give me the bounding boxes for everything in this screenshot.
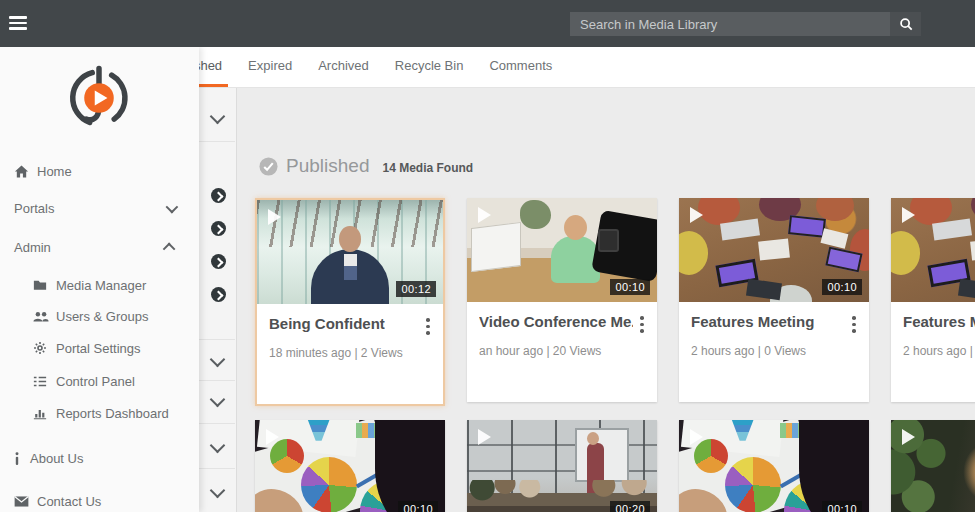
sidebar-item-admin[interactable]: Admin bbox=[0, 236, 199, 258]
sidebar-item-label: Admin bbox=[14, 240, 51, 255]
sidebar-item-about-us[interactable]: About Us bbox=[0, 447, 199, 469]
media-card[interactable] bbox=[891, 420, 975, 512]
chevron-down-icon[interactable] bbox=[210, 352, 226, 368]
chevron-right-circle-icon[interactable] bbox=[211, 188, 226, 203]
video-thumbnail[interactable]: 00:10 bbox=[679, 198, 869, 302]
chevron-down-icon bbox=[166, 200, 179, 213]
duration-badge: 00:20 bbox=[610, 501, 650, 512]
home-icon bbox=[14, 164, 32, 179]
sidebar-item-label: Contact Us bbox=[37, 494, 101, 509]
chevron-down-icon[interactable] bbox=[210, 109, 226, 125]
chart-icon bbox=[33, 407, 51, 420]
top-bar bbox=[0, 0, 975, 47]
sidebar-item-users-groups[interactable]: Users & Groups bbox=[0, 305, 199, 327]
video-thumbnail[interactable] bbox=[891, 420, 975, 512]
duration-badge: 00:10 bbox=[398, 501, 438, 512]
video-thumbnail[interactable]: 00:10 bbox=[679, 420, 869, 512]
media-count: 14 Media Found bbox=[382, 161, 473, 175]
sidebar-item-portals[interactable]: Portals bbox=[0, 197, 199, 219]
section-header: Published 14 Media Found bbox=[259, 155, 473, 177]
search-icon bbox=[899, 17, 913, 31]
section-title: Published bbox=[286, 155, 369, 177]
play-icon bbox=[690, 207, 703, 223]
vidizmo-logo[interactable] bbox=[61, 60, 137, 136]
kebab-menu-icon[interactable] bbox=[425, 318, 431, 338]
sidebar-item-control-panel[interactable]: Control Panel bbox=[0, 370, 199, 392]
media-card[interactable]: 00:10 bbox=[255, 420, 445, 512]
duration-badge: 00:10 bbox=[822, 501, 862, 512]
check-circle-icon bbox=[259, 157, 278, 176]
media-title[interactable]: Being Confident bbox=[269, 315, 385, 332]
media-library-screen: Published Expired Archived Recycle Bin C… bbox=[0, 0, 975, 512]
users-icon bbox=[33, 310, 51, 323]
tab-recycle-bin[interactable]: Recycle Bin bbox=[389, 47, 470, 87]
search-input[interactable] bbox=[570, 12, 890, 36]
video-thumbnail[interactable]: 00:10 bbox=[255, 420, 445, 512]
duration-badge: 00:10 bbox=[822, 279, 862, 295]
video-thumbnail[interactable]: 00:20 bbox=[467, 420, 657, 512]
media-card[interactable]: 00:10 Video Conference Me... an hour ago… bbox=[467, 198, 657, 402]
play-icon bbox=[902, 207, 915, 223]
chevron-down-icon[interactable] bbox=[210, 438, 226, 454]
gear-icon bbox=[33, 341, 51, 355]
video-thumbnail[interactable]: 00:12 bbox=[257, 200, 443, 304]
play-icon bbox=[478, 207, 491, 223]
sidebar-item-label: Reports Dashboard bbox=[56, 406, 169, 421]
sidebar-item-label: About Us bbox=[30, 451, 83, 466]
chevron-down-icon[interactable] bbox=[210, 483, 226, 499]
media-meta: an hour ago | 20 Views bbox=[479, 344, 645, 358]
sidebar-item-label: Portals bbox=[14, 201, 54, 216]
media-title[interactable]: Features Meeting bbox=[903, 313, 975, 330]
sidebar-item-portal-settings[interactable]: Portal Settings bbox=[0, 337, 199, 359]
chevron-down-icon[interactable] bbox=[210, 392, 226, 408]
search-button[interactable] bbox=[890, 12, 921, 36]
sidebar-item-contact-us[interactable]: Contact Us bbox=[0, 490, 199, 512]
chevron-right-circle-icon[interactable] bbox=[211, 221, 226, 236]
media-meta: 2 hours ago | 1 View bbox=[903, 344, 975, 358]
folder-icon bbox=[33, 278, 51, 292]
chevron-right-circle-icon[interactable] bbox=[211, 254, 226, 269]
list-icon bbox=[33, 375, 51, 388]
tab-comments[interactable]: Comments bbox=[483, 47, 558, 87]
sidebar-item-label: Users & Groups bbox=[56, 309, 148, 324]
media-title[interactable]: Video Conference Me... bbox=[479, 313, 633, 330]
tab-archived[interactable]: Archived bbox=[312, 47, 375, 87]
play-icon bbox=[690, 429, 703, 445]
video-thumbnail[interactable] bbox=[891, 198, 975, 302]
hamburger-menu-icon[interactable] bbox=[9, 16, 27, 30]
media-meta: 18 minutes ago | 2 Views bbox=[269, 346, 431, 360]
video-thumbnail[interactable]: 00:10 bbox=[467, 198, 657, 302]
play-icon bbox=[478, 429, 491, 445]
media-card[interactable]: 00:10 Features Meeting 2 hours ago | 0 V… bbox=[679, 198, 869, 402]
duration-badge: 00:10 bbox=[610, 279, 650, 295]
kebab-menu-icon[interactable] bbox=[639, 316, 645, 336]
sidebar-item-label: Media Manager bbox=[56, 278, 146, 293]
play-icon bbox=[268, 209, 281, 225]
media-meta: 2 hours ago | 0 Views bbox=[691, 344, 857, 358]
media-title[interactable]: Features Meeting bbox=[691, 313, 814, 330]
media-card[interactable]: 00:10 bbox=[679, 420, 869, 512]
chevron-up-icon bbox=[163, 242, 176, 255]
sidebar-item-label: Control Panel bbox=[56, 374, 135, 389]
sidebar-item-label: Home bbox=[37, 164, 72, 179]
info-icon bbox=[14, 452, 25, 465]
sidebar-item-reports-dashboard[interactable]: Reports Dashboard bbox=[0, 402, 199, 424]
sidebar-item-home[interactable]: Home bbox=[0, 160, 199, 182]
media-card[interactable]: 00:20 bbox=[467, 420, 657, 512]
search-bar bbox=[570, 12, 921, 36]
kebab-menu-icon[interactable] bbox=[851, 316, 857, 336]
chevron-right-circle-icon[interactable] bbox=[211, 287, 226, 302]
sidebar-item-media-manager[interactable]: Media Manager bbox=[0, 274, 199, 296]
tab-expired[interactable]: Expired bbox=[242, 47, 298, 87]
play-icon bbox=[266, 429, 279, 445]
envelope-icon bbox=[14, 496, 32, 507]
sidebar: Home Portals Admin Media Manager Users & bbox=[0, 47, 199, 512]
media-card[interactable]: 00:12 Being Confident 18 minutes ago | 2… bbox=[255, 198, 445, 406]
sidebar-item-label: Portal Settings bbox=[56, 341, 141, 356]
media-card[interactable]: Features Meeting 2 hours ago | 1 View bbox=[891, 198, 975, 402]
duration-badge: 00:12 bbox=[396, 281, 436, 297]
play-icon bbox=[902, 429, 915, 445]
